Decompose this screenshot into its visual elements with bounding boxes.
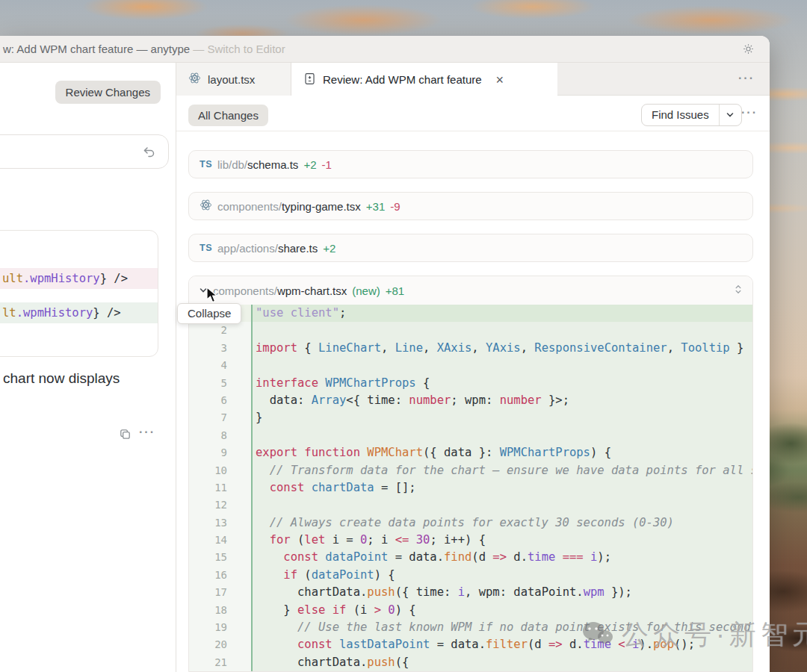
file-path: app/actions/share.ts xyxy=(217,242,318,255)
line-number: 4 xyxy=(189,357,251,374)
code-line: 14 for (let i = 0; i <= 30; i++) { xyxy=(189,532,752,549)
line-number: 2 xyxy=(189,322,251,339)
code-line-text: // Transform data for the chart – ensure… xyxy=(251,462,752,479)
file-name: typing-game.tsx xyxy=(282,200,361,213)
mouse-cursor xyxy=(206,287,223,308)
code-line-text: // Use the last known WPM if no data poi… xyxy=(251,619,752,636)
line-number: 19 xyxy=(189,619,251,636)
file-card-typing-game[interactable]: components/typing-game.tsx +31 -9 xyxy=(188,192,753,220)
tabbar-overflow-menu[interactable]: ··· xyxy=(738,72,755,85)
code-line: 9export function WPMChart({ data }: WPMC… xyxy=(189,444,752,461)
copy-icon[interactable] xyxy=(118,427,132,444)
code-line: 17 chartData.push({ time: i, wpm: dataPo… xyxy=(189,584,752,601)
code-line: 19 // Use the last known WPM if no data … xyxy=(189,619,752,636)
removed-count: -1 xyxy=(321,158,331,171)
window-titlebar: w: Add WPM chart feature — anytype — Swi… xyxy=(0,36,770,63)
typescript-icon: TS xyxy=(200,243,212,253)
message-overflow-menu[interactable]: ··· xyxy=(139,426,155,439)
code-line: 21 chartData.push({ xyxy=(189,654,752,671)
line-number: 11 xyxy=(189,479,251,497)
settings-gear-icon[interactable] xyxy=(742,43,755,58)
line-number: 17 xyxy=(189,584,251,601)
toolbar-overflow-menu[interactable]: ··· xyxy=(741,106,758,119)
code-line-text xyxy=(251,427,752,444)
code-line-text: } else if (i > 0) { xyxy=(251,602,752,619)
removed-count: -9 xyxy=(390,200,400,213)
all-changes-button[interactable]: All Changes xyxy=(188,105,268,126)
line-number: 6 xyxy=(189,392,251,409)
typescript-icon: TS xyxy=(200,159,212,169)
code-line-text: interface WPMChartProps { xyxy=(251,375,752,392)
code-line: 12 xyxy=(189,497,752,514)
message-actions: ··· xyxy=(0,426,164,444)
file-name: share.ts xyxy=(278,242,318,255)
line-number: 15 xyxy=(189,549,251,566)
line-number: 16 xyxy=(189,567,251,584)
find-issues-label: Find Issues xyxy=(642,105,719,125)
code-line-text: export function WPMChart({ data }: WPMCh… xyxy=(251,444,752,461)
diff-removed-line: ult.wpmHistory} /> xyxy=(0,268,158,289)
code-line: 2 xyxy=(189,322,752,339)
code-line: 15 const dataPoint = data.find(d => d.ti… xyxy=(189,549,752,566)
prompt-input[interactable] xyxy=(0,134,169,169)
file-name: wpm-chart.tsx xyxy=(277,284,347,297)
code-line: 11 const chartData = []; xyxy=(189,479,752,497)
line-number: 8 xyxy=(189,427,251,444)
assistant-message-text: chart now displays xyxy=(3,370,120,387)
line-number: 21 xyxy=(189,654,251,671)
code-line: 20 const lastDataPoint = data.filter(d =… xyxy=(189,636,752,653)
line-number: 5 xyxy=(189,375,251,392)
code-line: 6 data: Array<{ time: number; wpm: numbe… xyxy=(189,392,752,409)
file-card-share[interactable]: TS app/actions/share.ts +2 xyxy=(188,234,753,262)
code-line: 1"use client"; xyxy=(189,305,752,322)
line-number: 10 xyxy=(189,462,251,479)
added-count: +81 xyxy=(386,284,404,297)
code-line: 5interface WPMChartProps { xyxy=(189,375,752,392)
close-icon[interactable]: × xyxy=(496,73,504,87)
code-line-text: "use client"; xyxy=(251,305,752,322)
code-line-text: if (dataPoint) { xyxy=(251,567,752,584)
added-count: +2 xyxy=(323,242,336,255)
code-line-text: chartData.push({ xyxy=(251,654,752,671)
diff-snippet-card: ult.wpmHistory} /> lt.wpmHistory} /> xyxy=(0,230,158,357)
tab-bar: layout.tsx Review: Add WPM chart feature… xyxy=(176,63,770,96)
code-line-text: } xyxy=(251,409,752,426)
find-issues-button[interactable]: Find Issues xyxy=(641,104,742,126)
window-title: w: Add WPM chart feature — anytype — Swi… xyxy=(3,36,285,63)
react-icon xyxy=(188,72,201,87)
window-title-text: w: Add WPM chart feature — anytype xyxy=(3,43,190,55)
code-line-text: const dataPoint = data.find(d => d.time … xyxy=(251,549,752,566)
review-changes-button[interactable]: Review Changes xyxy=(55,81,161,104)
code-line-text: chartData.push({ time: i, wpm: dataPoint… xyxy=(251,584,752,601)
file-path: lib/db/schema.ts xyxy=(217,158,298,171)
line-number: 9 xyxy=(189,444,251,461)
file-card-schema[interactable]: TS lib/db/schema.ts +2 -1 xyxy=(188,150,753,178)
tab-review[interactable]: Review: Add WPM chart feature × xyxy=(291,63,557,96)
file-path: components/wpm-chart.tsx xyxy=(213,284,347,297)
code-block: 1"use client";23import { LineChart, Line… xyxy=(189,305,752,671)
expand-collapse-selector-icon[interactable] xyxy=(734,284,743,297)
code-line: 18 } else if (i > 0) { xyxy=(189,602,752,619)
code-line-text xyxy=(251,497,752,514)
screen: w: Add WPM chart feature — anytype — Swi… xyxy=(0,0,807,672)
code-line: 7} xyxy=(189,409,752,426)
app-window: w: Add WPM chart feature — anytype — Swi… xyxy=(0,36,770,672)
undo-icon[interactable] xyxy=(141,145,156,163)
code-line: 3import { LineChart, Line, XAxis, YAxis,… xyxy=(189,340,752,357)
code-line-text: // Always create data points for exactly… xyxy=(251,514,752,532)
line-number: 18 xyxy=(189,602,251,619)
line-number: 12 xyxy=(189,497,251,514)
react-icon xyxy=(200,199,212,214)
wpm-chart-file-header[interactable]: components/wpm-chart.tsx (new) +81 xyxy=(189,276,752,305)
code-line-text: import { LineChart, Line, XAxis, YAxis, … xyxy=(251,340,752,357)
tab-layout-tsx[interactable]: layout.tsx xyxy=(176,63,291,96)
switch-to-editor-action[interactable]: Switch to Editor xyxy=(207,43,285,55)
code-line-text xyxy=(251,357,752,374)
code-line-text xyxy=(251,322,752,339)
chevron-down-icon[interactable] xyxy=(719,105,741,125)
review-toolbar: All Changes Find Issues ··· xyxy=(176,96,770,131)
title-separator: — xyxy=(190,43,207,55)
tab-label: Review: Add WPM chart feature xyxy=(323,73,482,86)
editor-pane: layout.tsx Review: Add WPM chart feature… xyxy=(176,63,770,672)
file-path: components/typing-game.tsx xyxy=(217,200,361,213)
